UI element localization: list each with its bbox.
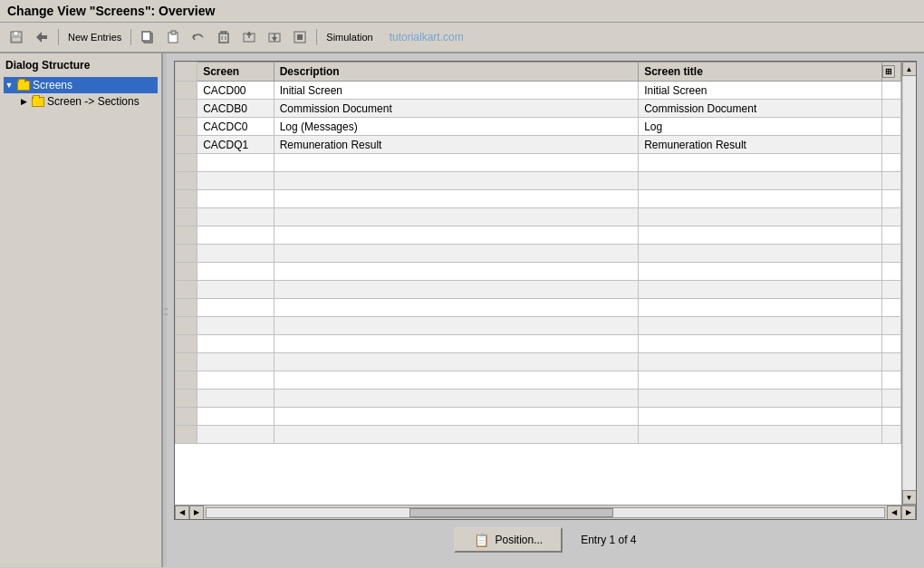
th-resize[interactable]: ⊞ bbox=[881, 63, 901, 82]
delete-row-button[interactable] bbox=[213, 27, 235, 47]
row-selector-cell[interactable] bbox=[176, 299, 197, 317]
cell-screen bbox=[197, 172, 274, 190]
table-row[interactable] bbox=[176, 335, 901, 353]
row-selector-cell[interactable] bbox=[176, 118, 197, 136]
table-row[interactable] bbox=[176, 154, 901, 172]
table-row[interactable] bbox=[176, 208, 901, 226]
row-selector-cell[interactable] bbox=[176, 154, 197, 172]
table-row[interactable] bbox=[176, 317, 901, 335]
separator-1 bbox=[58, 29, 59, 45]
row-selector-cell[interactable] bbox=[176, 172, 197, 190]
table-row[interactable] bbox=[176, 281, 901, 299]
page-title: Change View "Screens": Overview bbox=[7, 4, 215, 18]
vertical-scrollbar[interactable]: ▲ ▼ bbox=[901, 62, 916, 505]
svg-marker-19 bbox=[272, 37, 277, 42]
row-selector-cell[interactable] bbox=[176, 426, 197, 444]
row-selector-cell[interactable] bbox=[176, 353, 197, 371]
row-selector-cell[interactable] bbox=[176, 281, 197, 299]
table-row[interactable] bbox=[176, 390, 901, 408]
scroll-track-horizontal[interactable] bbox=[206, 507, 885, 518]
scroll-right-nav-button[interactable]: ▶ bbox=[189, 505, 204, 520]
row-selector-cell[interactable] bbox=[176, 100, 197, 118]
separator-2 bbox=[130, 29, 131, 45]
svg-rect-8 bbox=[219, 34, 228, 43]
cell-title bbox=[639, 426, 881, 444]
table-content[interactable]: Screen Description Screen title bbox=[175, 62, 901, 505]
horizontal-scrollbar[interactable]: ◀ ▶ ◀ ▶ bbox=[175, 505, 916, 519]
cell-description bbox=[274, 426, 639, 444]
row-selector-cell[interactable] bbox=[176, 208, 197, 226]
cell-description bbox=[274, 390, 639, 408]
row-selector-cell[interactable] bbox=[176, 317, 197, 335]
row-selector-cell[interactable] bbox=[176, 136, 197, 154]
table-row[interactable] bbox=[176, 426, 901, 444]
row-selector-cell[interactable] bbox=[176, 335, 197, 353]
cell-screen bbox=[197, 317, 274, 335]
simulation-button[interactable]: Simulation bbox=[322, 27, 376, 47]
cell-title bbox=[639, 190, 881, 208]
scroll-left-button[interactable]: ◀ bbox=[175, 505, 189, 520]
new-entries-button[interactable]: New Entries bbox=[64, 27, 125, 47]
table-row[interactable] bbox=[176, 190, 901, 208]
scroll-right2-button[interactable]: ▶ bbox=[901, 505, 916, 520]
cell-title bbox=[639, 172, 881, 190]
row-selector-cell[interactable] bbox=[176, 408, 197, 426]
cell-description bbox=[274, 245, 639, 263]
cell-screen bbox=[197, 226, 274, 245]
cell-title bbox=[639, 263, 881, 281]
table-row[interactable]: CACDB0Commission DocumentCommission Docu… bbox=[176, 100, 901, 118]
table-row[interactable] bbox=[176, 263, 901, 281]
cell-extra bbox=[881, 281, 901, 299]
undo-button[interactable] bbox=[188, 27, 209, 47]
scroll-up-button[interactable]: ▲ bbox=[902, 62, 917, 76]
svg-rect-7 bbox=[171, 31, 176, 34]
row-selector-cell[interactable] bbox=[176, 190, 197, 208]
cell-title bbox=[639, 408, 881, 426]
tree-toggle-sections[interactable]: ▶ bbox=[18, 96, 29, 107]
table-row[interactable] bbox=[176, 371, 901, 390]
select-all-button[interactable] bbox=[289, 27, 311, 47]
save-button[interactable] bbox=[5, 27, 27, 47]
download-button[interactable] bbox=[264, 27, 285, 47]
back-button[interactable] bbox=[31, 27, 53, 47]
row-selector-cell[interactable] bbox=[176, 371, 197, 390]
data-table: Screen Description Screen title bbox=[175, 62, 901, 444]
cell-extra bbox=[881, 208, 901, 226]
upload-button[interactable] bbox=[238, 27, 260, 47]
row-selector-cell[interactable] bbox=[176, 226, 197, 245]
row-selector-cell[interactable] bbox=[176, 263, 197, 281]
table-row[interactable] bbox=[176, 172, 901, 190]
tree-toggle-screens[interactable]: ▼ bbox=[4, 80, 14, 91]
table-row[interactable]: CACD00Initial ScreenInitial Screen bbox=[176, 82, 901, 100]
cell-extra bbox=[881, 390, 901, 408]
cell-description bbox=[274, 335, 639, 353]
cell-extra bbox=[881, 82, 901, 100]
row-selector-cell[interactable] bbox=[176, 245, 197, 263]
table-row[interactable] bbox=[176, 408, 901, 426]
row-selector-cell[interactable] bbox=[176, 390, 197, 408]
sidebar-item-screens[interactable]: ▼ Screens bbox=[4, 77, 158, 93]
cell-screen bbox=[197, 245, 274, 263]
cell-extra bbox=[881, 299, 901, 317]
copy-row-button[interactable] bbox=[137, 27, 159, 47]
table-row[interactable] bbox=[176, 299, 901, 317]
scroll-track-vertical[interactable] bbox=[903, 76, 916, 490]
table-row[interactable] bbox=[176, 245, 901, 263]
svg-marker-3 bbox=[36, 32, 47, 43]
cell-extra bbox=[881, 245, 901, 263]
position-button[interactable]: 📋 Position... bbox=[454, 527, 563, 553]
cell-screen bbox=[197, 426, 274, 444]
scroll-down-button[interactable]: ▼ bbox=[902, 490, 917, 505]
paste-button[interactable] bbox=[162, 27, 184, 47]
sidebar-item-screen-sections[interactable]: ▶ Screen -> Sections bbox=[18, 93, 158, 110]
sidebar-item-label-sections: Screen -> Sections bbox=[47, 95, 140, 108]
row-selector-cell[interactable] bbox=[176, 82, 197, 100]
cell-title bbox=[639, 281, 881, 299]
cell-title bbox=[639, 299, 881, 317]
table-row[interactable] bbox=[176, 353, 901, 371]
table-row[interactable] bbox=[176, 226, 901, 245]
table-row[interactable]: CACDC0Log (Messages)Log bbox=[176, 118, 901, 136]
panel-header: Dialog Structure bbox=[4, 57, 158, 73]
scroll-left2-button[interactable]: ◀ bbox=[887, 505, 901, 520]
table-row[interactable]: CACDQ1Remuneration ResultRemuneration Re… bbox=[176, 136, 901, 154]
